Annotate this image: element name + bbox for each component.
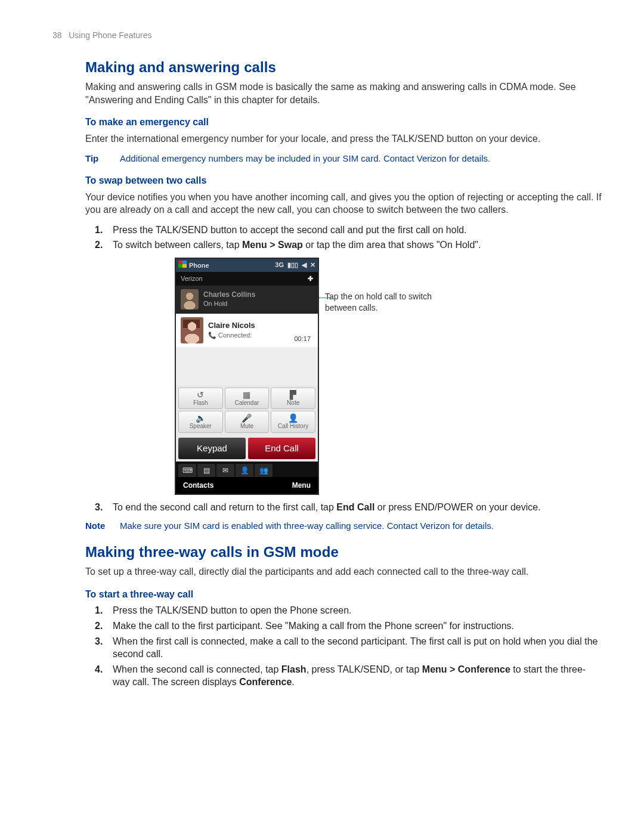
step-3: 3. To end the second call and return to … <box>109 501 602 514</box>
softkey-bar: Contacts Menu <box>176 477 318 494</box>
avatar <box>181 317 203 343</box>
carrier-name: Verizon <box>181 274 203 283</box>
step-1: 1. Press the TALK/SEND button to accept … <box>109 224 602 237</box>
softkey-contacts[interactable]: Contacts <box>183 481 213 490</box>
windows-flag-icon <box>178 261 187 268</box>
tab-keypad-icon[interactable]: ⌨ <box>178 464 196 477</box>
status-3g-icon: 3G <box>275 261 284 270</box>
signal-icon: ▮▯▯ <box>287 261 298 270</box>
flash-icon: ↺ <box>179 391 222 399</box>
subheading-start-threeway: To start a three-way call <box>85 588 602 601</box>
emergency-body: Enter the international emergency number… <box>85 132 602 145</box>
threeway-intro: To set up a three-way call, directly dia… <box>85 565 602 578</box>
subheading-emergency: To make an emergency call <box>85 116 602 129</box>
page-number: 38 <box>52 30 62 40</box>
calendar-button[interactable]: ▦Calendar <box>225 388 270 410</box>
calendar-icon: ▦ <box>225 391 269 399</box>
connected-icon: 📞 <box>208 332 218 339</box>
step-2: 2. To switch between callers, tap Menu >… <box>109 239 602 252</box>
phone-screenshot: Phone 3G ▮▯▯ ◀ ✕ Verizon ✚ Charles Colli <box>175 258 319 495</box>
swap-steps: 1. Press the TALK/SEND button to accept … <box>85 224 602 252</box>
mute-button[interactable]: 🎤Mute <box>225 411 270 433</box>
volume-icon: ◀ <box>302 261 306 270</box>
call-actions-grid: ↺Flash ▦Calendar ▛Note 🔈Speaker 🎤Mute 👤C… <box>176 385 318 435</box>
running-header: 38 Using Phone Features <box>52 30 602 41</box>
subheading-swap: To swap between two calls <box>85 174 602 187</box>
phone-title: Phone <box>189 262 209 269</box>
tab-group-icon[interactable]: 👥 <box>255 464 273 477</box>
phone-empty-area <box>176 347 318 385</box>
note-text: Make sure your SIM card is enabled with … <box>120 520 494 532</box>
phone-figure: Phone 3G ▮▯▯ ◀ ✕ Verizon ✚ Charles Colli <box>175 258 602 495</box>
hold-status: On Hold <box>203 299 255 308</box>
tip-text: Additional emergency numbers may be incl… <box>120 153 490 165</box>
history-icon: 👤 <box>271 414 315 422</box>
tw-step-4: 4. When the second call is connected, ta… <box>109 663 602 689</box>
speaker-icon: 🔈 <box>179 414 222 422</box>
note-icon: ▛ <box>271 391 315 399</box>
chapter-name: Using Phone Features <box>69 30 151 40</box>
tip-label: Tip <box>85 153 109 165</box>
tab-mail-icon[interactable]: ✉ <box>216 464 234 477</box>
tw-step-2: 2. Make the call to the first participan… <box>109 620 602 633</box>
tab-card-icon[interactable]: ▤ <box>197 464 215 477</box>
keypad-button[interactable]: Keypad <box>178 438 246 459</box>
active-status: Connected: <box>218 332 252 339</box>
speaker-button[interactable]: 🔈Speaker <box>178 411 223 433</box>
carrier-row: Verizon ✚ <box>176 272 318 286</box>
flash-button[interactable]: ↺Flash <box>178 388 223 410</box>
section-title-making-calls: Making and answering calls <box>85 58 602 77</box>
figure-callout: Tap the on hold call to switch between c… <box>325 258 432 314</box>
hold-caller-name: Charles Collins <box>203 290 255 299</box>
section1-intro: Making and answering calls in GSM mode i… <box>85 80 602 106</box>
note-label: Note <box>85 520 109 532</box>
on-hold-call[interactable]: Charles Collins On Hold <box>176 286 318 314</box>
call-history-button[interactable]: 👤Call History <box>271 411 315 433</box>
bottom-tab-row: ⌨ ▤ ✉ 👤 👥 <box>176 462 318 477</box>
close-icon[interactable]: ✕ <box>310 261 315 270</box>
end-call-button[interactable]: End Call <box>248 438 315 459</box>
swap-steps-continued: 3. To end the second call and return to … <box>85 501 602 514</box>
threeway-steps: 1. Press the TALK/SEND button to open th… <box>85 604 602 689</box>
add-icon[interactable]: ✚ <box>308 274 313 283</box>
tip-block: Tip Additional emergency numbers may be … <box>85 153 602 165</box>
note-button[interactable]: ▛Note <box>271 388 315 410</box>
call-timer: 00:17 <box>294 335 313 343</box>
tab-contact-icon[interactable]: 👤 <box>236 464 253 477</box>
section-title-threeway: Making three-way calls in GSM mode <box>85 543 602 562</box>
mute-icon: 🎤 <box>225 414 269 422</box>
callout-leader-line <box>319 298 332 298</box>
active-caller-name: Claire Nicols <box>208 320 289 331</box>
tw-step-1: 1. Press the TALK/SEND button to open th… <box>109 604 602 617</box>
tw-step-3: 3. When the first call is connected, mak… <box>109 635 602 661</box>
avatar <box>181 289 199 309</box>
active-call[interactable]: Claire Nicols 📞 Connected: 00:17 <box>176 314 318 347</box>
note-block: Note Make sure your SIM card is enabled … <box>85 520 602 532</box>
softkey-menu[interactable]: Menu <box>292 481 311 490</box>
phone-titlebar: Phone 3G ▮▯▯ ◀ ✕ <box>176 259 318 272</box>
swap-body: Your device notifies you when you have a… <box>85 191 602 216</box>
